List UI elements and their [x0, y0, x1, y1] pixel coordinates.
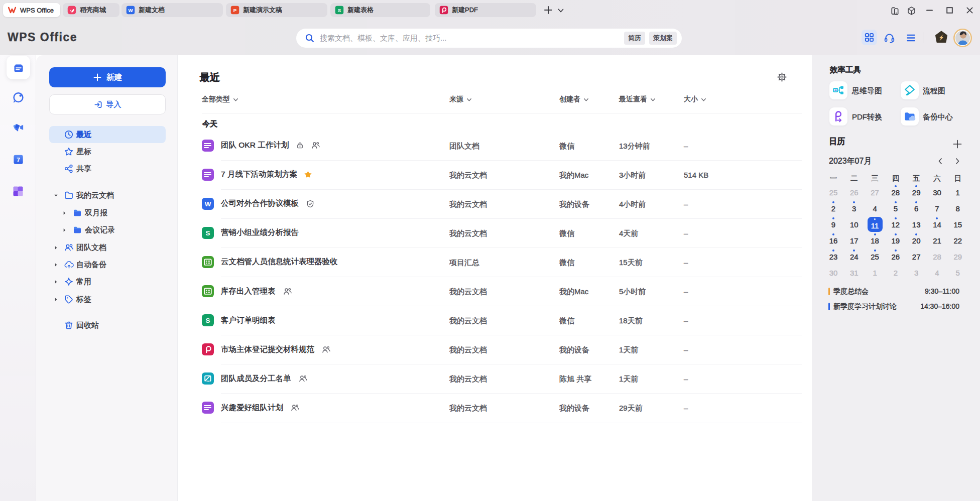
svg-text:7: 7 — [17, 157, 20, 164]
svg-text:P: P — [233, 8, 237, 13]
svg-text:W: W — [128, 8, 133, 13]
svg-text:W: W — [205, 200, 211, 208]
svg-text:S: S — [205, 229, 210, 237]
svg-text:S: S — [205, 317, 210, 324]
svg-text:S: S — [338, 8, 341, 13]
